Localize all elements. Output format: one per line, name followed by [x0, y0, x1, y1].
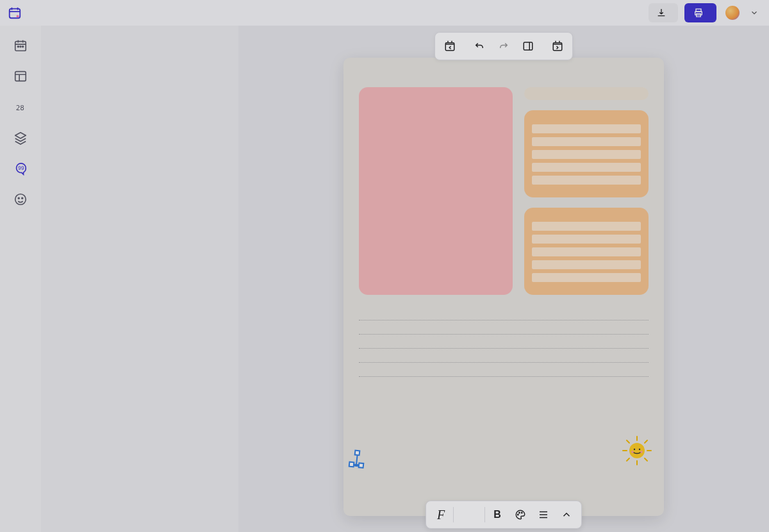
- calendar-icon: [13, 38, 28, 53]
- rail-stickers[interactable]: [1, 187, 40, 214]
- resize-handle-right[interactable]: [358, 462, 365, 469]
- note-line: [359, 351, 649, 363]
- chevron-up-icon: [561, 509, 572, 520]
- svg-point-7: [22, 46, 24, 47]
- brand: [8, 6, 27, 20]
- svg-point-30: [518, 514, 519, 515]
- download-button[interactable]: [649, 3, 678, 22]
- user-menu[interactable]: [723, 3, 761, 22]
- separator: [453, 507, 454, 522]
- svg-point-28: [631, 451, 634, 453]
- text-format-toolbar: F B: [426, 501, 582, 529]
- print-icon: [693, 8, 704, 18]
- svg-line-23: [627, 458, 629, 461]
- sun-sticker[interactable]: [622, 435, 652, 466]
- bold-icon: B: [493, 509, 501, 520]
- svg-point-29: [640, 451, 643, 453]
- layout-icon: [13, 69, 28, 83]
- separator: [484, 507, 485, 522]
- print-button[interactable]: [684, 3, 716, 22]
- undo-icon: [474, 40, 485, 52]
- rail-calendars[interactable]: [1, 33, 40, 60]
- align-icon: [538, 509, 549, 520]
- number-icon: 28: [13, 100, 28, 114]
- date-card: [524, 87, 649, 100]
- day-nav-toolbar: [434, 32, 573, 60]
- collapse-toolbar-button[interactable]: [556, 504, 577, 526]
- font-size-increase-button[interactable]: [475, 504, 483, 526]
- priorities-card[interactable]: [524, 110, 649, 197]
- resize-handle-left[interactable]: [349, 461, 355, 468]
- bold-button[interactable]: B: [486, 504, 508, 526]
- svg-point-5: [17, 46, 19, 47]
- avatar: [725, 6, 740, 20]
- todo-line: [532, 222, 641, 231]
- svg-point-32: [522, 512, 523, 513]
- svg-point-25: [629, 443, 645, 458]
- notes-section[interactable]: [359, 309, 649, 377]
- redo-button[interactable]: [493, 35, 515, 57]
- priority-line: [532, 163, 641, 172]
- logo-icon: [8, 6, 22, 20]
- calendar-next-icon: [552, 40, 563, 52]
- svg-point-6: [20, 46, 21, 47]
- download-icon: [656, 8, 666, 18]
- todo-line: [532, 260, 641, 269]
- note-line: [359, 337, 649, 349]
- svg-point-26: [634, 449, 635, 450]
- rotate-handle[interactable]: [354, 449, 361, 456]
- palette-icon: [515, 509, 526, 520]
- font-size-decrease-button[interactable]: [455, 504, 463, 526]
- svg-rect-8: [15, 72, 26, 81]
- next-day-button[interactable]: [542, 35, 570, 57]
- svg-point-27: [639, 449, 640, 450]
- align-button[interactable]: [533, 504, 554, 526]
- note-line: [359, 365, 649, 377]
- svg-point-13: [22, 197, 23, 199]
- layout-toggle-button[interactable]: [517, 35, 539, 57]
- priority-line: [532, 124, 641, 133]
- svg-point-31: [519, 512, 520, 513]
- rail-templates[interactable]: [1, 64, 40, 91]
- schedule-block[interactable]: [359, 87, 513, 295]
- prev-day-button[interactable]: [438, 35, 466, 57]
- planner-page[interactable]: [343, 58, 664, 516]
- note-line: [359, 309, 649, 320]
- svg-line-24: [645, 440, 647, 443]
- layers-icon: [13, 131, 28, 145]
- rotate-stem: [356, 456, 358, 465]
- canvas-area: F B: [238, 26, 769, 532]
- app-header: [0, 0, 769, 26]
- svg-text:99: 99: [18, 165, 24, 171]
- rail-quotes[interactable]: 99: [1, 156, 40, 183]
- sticker-icon: [13, 192, 28, 206]
- quote-icon: 99: [13, 162, 28, 176]
- panel-icon: [522, 40, 534, 52]
- rail-backgrounds[interactable]: [1, 126, 40, 153]
- chevron-down-icon: [750, 8, 759, 17]
- rail-dates[interactable]: 28: [1, 95, 40, 122]
- calendar-prev-icon: [444, 40, 456, 52]
- todo-line: [532, 273, 641, 282]
- undo-button[interactable]: [468, 35, 490, 57]
- todo-line: [532, 235, 641, 244]
- redo-icon: [498, 40, 509, 52]
- note-line: [359, 323, 649, 335]
- todo-line: [532, 247, 641, 256]
- selected-quote-element[interactable]: [351, 463, 361, 467]
- priority-line: [532, 137, 641, 146]
- svg-point-12: [18, 197, 19, 199]
- priority-line: [532, 176, 641, 185]
- quotes-panel: [41, 26, 238, 532]
- left-rail: 28 99: [0, 26, 41, 532]
- font-picker-button[interactable]: F: [430, 504, 452, 526]
- font-icon: F: [437, 508, 445, 522]
- svg-line-22: [645, 458, 647, 461]
- svg-line-21: [627, 440, 629, 443]
- svg-point-11: [15, 194, 26, 205]
- svg-text:28: 28: [16, 104, 24, 112]
- todo-card[interactable]: [524, 208, 649, 295]
- svg-rect-15: [524, 42, 533, 50]
- priority-line: [532, 150, 641, 159]
- color-picker-button[interactable]: [509, 504, 531, 526]
